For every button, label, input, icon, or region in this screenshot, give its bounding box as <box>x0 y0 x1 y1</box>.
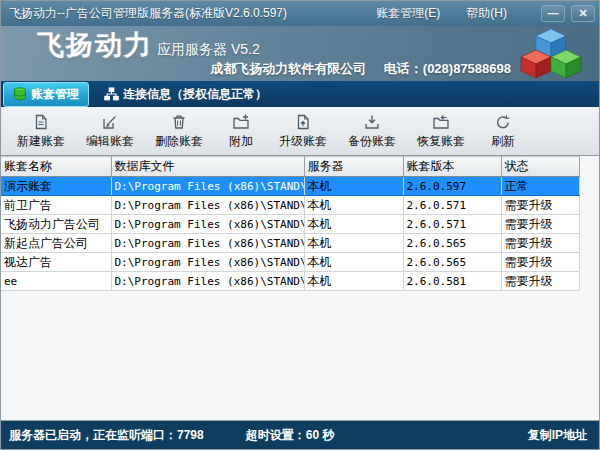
timeout-setting-text: 超时设置：60 秒 <box>246 427 335 444</box>
folder-restore-icon <box>432 113 450 131</box>
tab-label: 连接信息（授权信息正常） <box>123 86 267 103</box>
trash-icon <box>170 113 188 131</box>
product-subtitle: 应用服务器 V5.2 <box>157 41 260 59</box>
cell-database-file: D:\Program Files (x86)\STAND\Serve <box>111 253 304 272</box>
tab-label: 账套管理 <box>31 86 79 103</box>
network-icon <box>104 87 119 101</box>
account-table: 账套名称 数据库文件 服务器 账套版本 状态 演示账套 D:\Program F… <box>1 156 580 291</box>
cell-version: 2.6.0.581 <box>403 272 501 291</box>
tab-connection-info[interactable]: 连接信息（授权信息正常） <box>95 83 276 106</box>
table-row[interactable]: ee D:\Program Files (x86)\STAND\Serve 本机… <box>1 272 579 291</box>
company-name: 成都飞扬动力软件有限公司 <box>210 61 366 76</box>
table-row[interactable]: 新起点广告公司 D:\Program Files (x86)\STAND\Ser… <box>1 234 579 253</box>
cubes-logo-icon <box>519 26 583 85</box>
cell-account-name: 飞扬动力广告公司 <box>1 215 111 234</box>
refresh-button[interactable]: 刷新 <box>480 111 526 152</box>
upgrade-account-button[interactable]: 升级账套 <box>273 111 333 152</box>
toolbar-button-label: 备份账套 <box>348 133 396 150</box>
cell-status: 正常 <box>501 177 579 196</box>
cell-server: 本机 <box>304 177 403 196</box>
cell-database-file: D:\Program Files (x86)\STAND\Serve <box>111 234 304 253</box>
menu-help[interactable]: 帮助(H) <box>466 5 507 22</box>
menu-account-management[interactable]: 账套管理(E) <box>376 5 440 22</box>
cell-status: 需要升级 <box>501 272 579 291</box>
refresh-icon <box>494 113 512 131</box>
table-row[interactable]: 飞扬动力广告公司 D:\Program Files (x86)\STAND\Se… <box>1 215 579 234</box>
table-header-row: 账套名称 数据库文件 服务器 账套版本 状态 <box>1 157 579 177</box>
edit-icon <box>101 113 119 131</box>
cell-version: 2.6.0.565 <box>403 234 501 253</box>
toolbar-button-label: 升级账套 <box>279 133 327 150</box>
column-header-status[interactable]: 状态 <box>501 157 579 177</box>
phone-number: 电话：(028)87588698 <box>384 61 511 76</box>
cell-account-name: 演示账套 <box>1 177 111 196</box>
edit-account-button[interactable]: 编辑账套 <box>80 111 140 152</box>
toolbar-button-label: 附加 <box>229 133 253 150</box>
attach-button[interactable]: 附加 <box>218 111 264 152</box>
new-document-icon <box>32 113 50 131</box>
database-icon <box>13 87 27 101</box>
cell-status: 需要升级 <box>501 196 579 215</box>
cell-database-file: D:\Program Files (x86)\STAND\Serve <box>111 272 304 291</box>
copy-ip-link[interactable]: 复制IP地址 <box>528 427 587 444</box>
toolbar-button-label: 删除账套 <box>155 133 203 150</box>
app-window: 飞扬动力--广告公司管理版服务器(标准版V2.6.0.597) 账套管理(E) … <box>0 0 600 450</box>
cell-database-file: D:\Program Files (x86)\STAND\Serve <box>111 177 304 196</box>
column-header-server[interactable]: 服务器 <box>304 157 403 177</box>
backup-download-icon <box>363 113 381 131</box>
account-list-area: 账套名称 数据库文件 服务器 账套版本 状态 演示账套 D:\Program F… <box>1 156 599 420</box>
menu-bar: 账套管理(E) 帮助(H) <box>376 5 507 22</box>
product-name: 飞扬动力 <box>37 27 153 63</box>
toolbar: 新建账套 编辑账套 删除账套 <box>1 107 599 156</box>
tab-bar: 账套管理 连接信息（授权信息正常） <box>1 81 599 107</box>
cell-server: 本机 <box>304 234 403 253</box>
new-account-button[interactable]: 新建账套 <box>11 111 71 152</box>
status-bar: 服务器已启动，正在监听端口：7798 超时设置：60 秒 复制IP地址 <box>1 420 599 449</box>
cell-version: 2.6.0.571 <box>403 215 501 234</box>
close-button[interactable]: ✕ <box>571 5 595 22</box>
cell-server: 本机 <box>304 215 403 234</box>
cell-status: 需要升级 <box>501 253 579 272</box>
cell-version: 2.6.0.597 <box>403 177 501 196</box>
window-title: 飞扬动力--广告公司管理版服务器(标准版V2.6.0.597) <box>9 5 287 22</box>
cell-version: 2.6.0.571 <box>403 196 501 215</box>
column-header-account-name[interactable]: 账套名称 <box>1 157 111 177</box>
server-status-text: 服务器已启动，正在监听端口：7798 <box>9 427 204 444</box>
folder-plus-icon <box>232 113 250 131</box>
cell-version: 2.6.0.565 <box>403 253 501 272</box>
cell-status: 需要升级 <box>501 215 579 234</box>
backup-account-button[interactable]: 备份账套 <box>342 111 402 152</box>
tab-account-management[interactable]: 账套管理 <box>3 82 89 107</box>
column-header-database-file[interactable]: 数据库文件 <box>111 157 304 177</box>
header-banner: 飞扬动力 应用服务器 V5.2 成都飞扬动力软件有限公司 电话：(028)875… <box>1 26 599 81</box>
minimize-button[interactable]: — <box>541 5 565 22</box>
table-row[interactable]: 前卫广告 D:\Program Files (x86)\STAND\Serve … <box>1 196 579 215</box>
toolbar-button-label: 新建账套 <box>17 133 65 150</box>
cell-database-file: D:\Program Files (x86)\STAND\Serve <box>111 215 304 234</box>
cell-server: 本机 <box>304 196 403 215</box>
cell-server: 本机 <box>304 253 403 272</box>
toolbar-button-label: 恢复账套 <box>417 133 465 150</box>
document-upgrade-icon <box>294 113 312 131</box>
cell-account-name: 前卫广告 <box>1 196 111 215</box>
company-line: 成都飞扬动力软件有限公司 电话：(028)87588698 <box>210 60 511 78</box>
table-row-selected[interactable]: 演示账套 D:\Program Files (x86)\STAND\Serve … <box>1 177 579 196</box>
table-row[interactable]: 视达广告 D:\Program Files (x86)\STAND\Serve … <box>1 253 579 272</box>
cell-status: 需要升级 <box>501 234 579 253</box>
product-line: 飞扬动力 应用服务器 V5.2 <box>37 27 260 63</box>
cell-server: 本机 <box>304 272 403 291</box>
delete-account-button[interactable]: 删除账套 <box>149 111 209 152</box>
toolbar-button-label: 刷新 <box>491 133 515 150</box>
cell-account-name: 视达广告 <box>1 253 111 272</box>
cell-account-name: 新起点广告公司 <box>1 234 111 253</box>
toolbar-button-label: 编辑账套 <box>86 133 134 150</box>
cell-database-file: D:\Program Files (x86)\STAND\Serve <box>111 196 304 215</box>
cell-account-name: ee <box>1 272 111 291</box>
restore-account-button[interactable]: 恢复账套 <box>411 111 471 152</box>
title-bar: 飞扬动力--广告公司管理版服务器(标准版V2.6.0.597) 账套管理(E) … <box>1 1 599 26</box>
column-header-version[interactable]: 账套版本 <box>403 157 501 177</box>
